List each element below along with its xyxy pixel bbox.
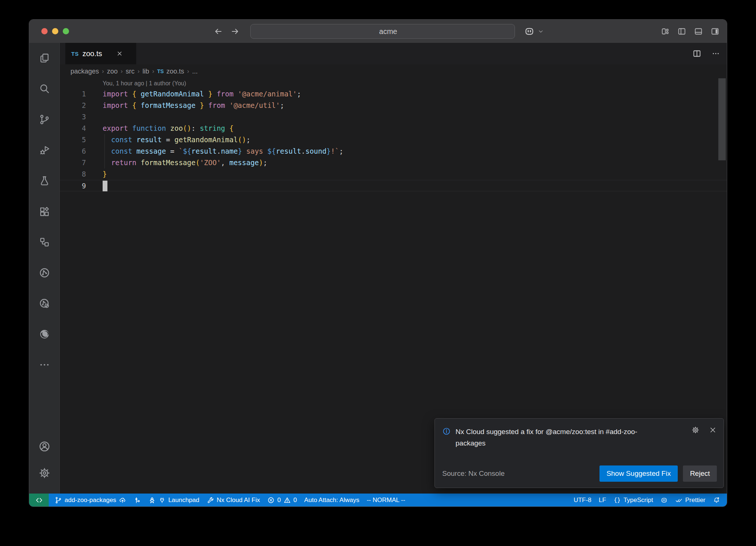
plug-icon (158, 496, 166, 504)
line-number: 4 (60, 123, 86, 134)
panel-bottom-icon[interactable] (694, 27, 703, 36)
activity-source-control-icon[interactable] (29, 104, 59, 135)
statusbar-text: Nx Cloud AI Fix (217, 496, 260, 504)
layout-customize-icon[interactable] (661, 27, 670, 36)
notification-close-icon[interactable] (709, 426, 717, 434)
breadcrumb-packages[interactable]: packages (71, 68, 99, 75)
breadcrumb-src[interactable]: src (126, 68, 134, 75)
statusbar-text: TypeScript (623, 496, 653, 504)
close-tab-icon[interactable] (116, 50, 123, 57)
remote-indicator[interactable] (29, 494, 49, 506)
statusbar-right-copilot-icon[interactable] (657, 494, 671, 506)
statusbar-left-git-commit-icon[interactable] (130, 494, 145, 506)
breadcrumb-lib[interactable]: lib (142, 68, 149, 75)
activity-testing-icon[interactable] (29, 165, 59, 196)
tab-zoo-ts[interactable]: TS zoo.ts (65, 43, 136, 64)
info-icon (442, 427, 451, 436)
statusbar-left-normal[interactable]: -- NORMAL -- (363, 494, 409, 506)
wrench-icon (207, 496, 214, 504)
close-window-button[interactable] (41, 28, 48, 34)
navigate-forward-icon[interactable] (231, 27, 240, 36)
notification-toast: Nx Cloud suggested a fix for @acme/zoo:t… (434, 418, 724, 488)
statusbar-text: 0 (277, 496, 281, 504)
nx-graph-icon (39, 267, 50, 279)
activity-files-icon[interactable] (29, 43, 59, 74)
command-center-search[interactable]: acme (250, 24, 515, 39)
activity-extensions-icon[interactable] (29, 196, 59, 227)
tab-bar: TS zoo.ts (60, 43, 727, 64)
statusbar-right-bell-dot-icon[interactable] (709, 494, 724, 506)
statusbar-right-lf[interactable]: LF (595, 494, 610, 506)
code-text: import { getRandomAnimal } from '@acme/a… (86, 88, 301, 100)
edge-icon (39, 328, 50, 340)
status-bar: add-zoo-packagesLaunchpadNx Cloud AI Fix… (29, 494, 727, 506)
breadcrumb-file[interactable]: zoo.ts (166, 68, 184, 75)
code-text (86, 180, 107, 191)
error-icon (267, 496, 275, 504)
statusbar-left-auto-attach-always[interactable]: Auto Attach: Always (300, 494, 363, 506)
title-bar: acme (29, 20, 727, 43)
code-text: return formatMessage('ZOO', message); (86, 157, 267, 168)
navigate-back-icon[interactable] (214, 27, 223, 36)
statusbar-right-utf-8[interactable]: UTF-8 (570, 494, 595, 506)
activity-edge-icon[interactable] (29, 319, 59, 349)
code-line-8: 8} (60, 168, 727, 180)
code-text: export function zoo(): string { (86, 123, 234, 134)
copilot-menu[interactable] (524, 20, 544, 43)
line-number: 5 (60, 134, 86, 146)
braces-icon (614, 496, 621, 504)
panel-left-icon[interactable] (677, 27, 686, 36)
editor-scrollbar[interactable] (718, 78, 726, 160)
activity-search-icon[interactable] (29, 74, 59, 104)
statusbar-text: add-zoo-packages (65, 496, 116, 504)
breadcrumb-zoo[interactable]: zoo (107, 68, 118, 75)
activity-more-icon[interactable] (29, 349, 59, 380)
account-icon (38, 440, 51, 453)
breadcrumb-separator: › (187, 68, 189, 75)
activity-settings-gear-icon[interactable] (29, 460, 59, 486)
split-editor-icon[interactable] (693, 49, 701, 58)
statusbar-text: Prettier (685, 496, 705, 504)
reject-button[interactable]: Reject (683, 465, 717, 482)
zoom-window-button[interactable] (63, 28, 69, 34)
window-controls (41, 28, 69, 34)
cloud-upload-icon (119, 496, 126, 504)
statusbar-text: -- NORMAL -- (367, 496, 405, 504)
statusbar-right-typescript[interactable]: TypeScript (610, 494, 657, 506)
statusbar-left-nx-cloud-ai-fix[interactable]: Nx Cloud AI Fix (203, 494, 264, 506)
settings-gear-icon (38, 467, 51, 479)
notification-settings-gear-icon[interactable] (691, 426, 700, 434)
copilot-icon (524, 26, 535, 37)
notification-source: Source: Nx Console (442, 470, 505, 478)
code-text: const message = `${result.name} says ${r… (86, 146, 343, 157)
code-line-4: 4export function zoo(): string { (60, 123, 727, 134)
activity-account-icon[interactable] (29, 433, 59, 460)
statusbar-left-add-zoo-packages[interactable]: add-zoo-packages (51, 494, 130, 506)
breadcrumb-more[interactable]: ... (192, 68, 197, 75)
activity-run-debug-icon[interactable] (29, 135, 59, 165)
activity-org-chart-icon[interactable] (29, 227, 59, 257)
statusbar-right-prettier[interactable]: Prettier (671, 494, 709, 506)
code-line-9: 9 (60, 180, 727, 191)
ts-file-icon: TS (157, 68, 164, 74)
activity-nx-graph-search-icon[interactable] (29, 288, 59, 319)
statusbar-text: Launchpad (168, 496, 199, 504)
statusbar-left-launchpad[interactable]: Launchpad (145, 494, 203, 506)
search-icon (39, 83, 50, 95)
panel-right-icon[interactable] (711, 27, 719, 36)
statusbar-left-0-0[interactable]: 00 (264, 494, 300, 506)
code-line-3: 3 (60, 111, 727, 123)
activity-nx-graph-icon[interactable] (29, 257, 59, 288)
ts-file-icon: TS (71, 51, 79, 57)
rocket-icon (148, 496, 156, 504)
show-suggested-fix-button[interactable]: Show Suggested Fix (599, 465, 678, 482)
more-actions-icon[interactable] (711, 49, 720, 58)
copilot-icon (660, 496, 668, 504)
git-commit-icon (134, 496, 141, 504)
more-icon (39, 359, 50, 371)
bell-dot-icon (713, 496, 720, 504)
code-text: import { formatMessage } from '@acme/uti… (86, 100, 284, 111)
remote-icon (35, 496, 43, 504)
minimize-window-button[interactable] (52, 28, 58, 34)
git-blame-annotation: You, 1 hour ago | 1 author (You) (60, 78, 727, 88)
